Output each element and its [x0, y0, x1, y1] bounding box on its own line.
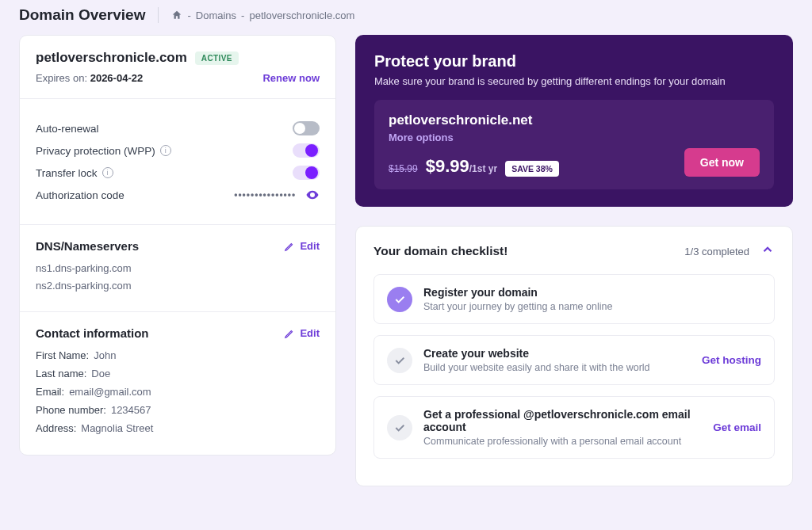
contact-edit-link[interactable]: Edit [284, 327, 320, 339]
nameserver-2: ns2.dns-parking.com [36, 280, 320, 292]
contact-address: Address:Magnolia Street [36, 422, 320, 434]
checklist-item-website: Create your website Build your website e… [373, 335, 775, 385]
auto-renewal-label: Auto-renewal [36, 123, 99, 135]
breadcrumb-sep: - [187, 10, 190, 21]
get-now-button[interactable]: Get now [684, 148, 760, 177]
contact-phone: Phone number:1234567 [36, 404, 320, 416]
contact-first-name: First Name:John [36, 349, 320, 361]
nameserver-1: ns1.dns-parking.com [36, 262, 320, 274]
transfer-lock-label: Transfer lock [36, 167, 98, 179]
pencil-icon [284, 328, 295, 339]
get-hosting-link[interactable]: Get hosting [702, 354, 761, 366]
home-icon[interactable] [171, 10, 182, 21]
check-todo-icon [387, 348, 412, 373]
checklist-item-title: Get a professional @petloverschronicle.c… [423, 408, 702, 433]
renew-now-link[interactable]: Renew now [262, 72, 320, 84]
more-options-link[interactable]: More options [389, 132, 684, 143]
checklist-item-desc: Communicate professionally with a person… [423, 436, 702, 447]
new-price: $9.99/1st yr [426, 156, 497, 177]
status-badge: ACTIVE [195, 51, 239, 65]
checklist-title: Your domain checklist! [373, 244, 508, 258]
check-todo-icon [387, 415, 412, 440]
brand-protection-card: Protect your brand Make sure your brand … [355, 35, 793, 207]
domain-name: petloverschronicle.com [36, 50, 187, 66]
page-title: Domain Overview [19, 6, 145, 24]
brand-title: Protect your brand [374, 52, 774, 71]
checklist-item-desc: Build your website easily and share it w… [423, 362, 691, 373]
alt-domain: petloverschronicle.net [389, 112, 684, 128]
breadcrumb-sep: - [241, 10, 244, 21]
breadcrumb-current: petloverschronicle.com [249, 10, 354, 21]
dns-edit-link[interactable]: Edit [284, 240, 320, 252]
reveal-icon[interactable] [305, 188, 320, 202]
breadcrumb[interactable]: - Domains - petloverschronicle.com [171, 10, 354, 21]
dns-title: DNS/Nameservers [36, 239, 139, 253]
collapse-icon[interactable] [760, 242, 775, 260]
contact-email: Email:email@gmail.com [36, 386, 320, 398]
info-icon[interactable]: i [102, 167, 113, 178]
checklist-item-title: Create your website [423, 347, 691, 360]
checklist-card: Your domain checklist! 1/3 completed Reg… [355, 226, 793, 486]
old-price: $15.99 [389, 163, 418, 174]
privacy-label: Privacy protection (WPP) [36, 145, 155, 157]
checklist-item-title: Register your domain [423, 286, 761, 299]
get-email-link[interactable]: Get email [713, 421, 761, 433]
divider [158, 7, 159, 23]
info-icon[interactable]: i [160, 145, 171, 156]
save-badge: SAVE 38% [505, 161, 559, 177]
checklist-progress: 1/3 completed [684, 246, 749, 257]
auth-code-label: Authorization code [36, 189, 124, 201]
privacy-toggle[interactable] [293, 143, 320, 158]
checklist-item-register: Register your domain Start your journey … [373, 274, 775, 324]
domain-card: petloverschronicle.com ACTIVE Expires on… [19, 35, 336, 456]
checklist-item-desc: Start your journey by getting a name onl… [423, 301, 761, 312]
transfer-lock-toggle[interactable] [293, 166, 320, 180]
checklist-item-email: Get a professional @petloverschronicle.c… [373, 396, 775, 459]
contact-title: Contact information [36, 326, 149, 340]
brand-subtitle: Make sure your brand is secured by getti… [374, 75, 774, 87]
expires-text: Expires on: 2026-04-22 [36, 72, 143, 84]
contact-last-name: Last name:Doe [36, 368, 320, 379]
auto-renewal-toggle[interactable] [293, 121, 320, 135]
auth-code-masked: ••••••••••••••• [234, 189, 296, 200]
check-done-icon [387, 287, 412, 312]
breadcrumb-domains[interactable]: Domains [196, 10, 236, 21]
pencil-icon [284, 241, 295, 252]
